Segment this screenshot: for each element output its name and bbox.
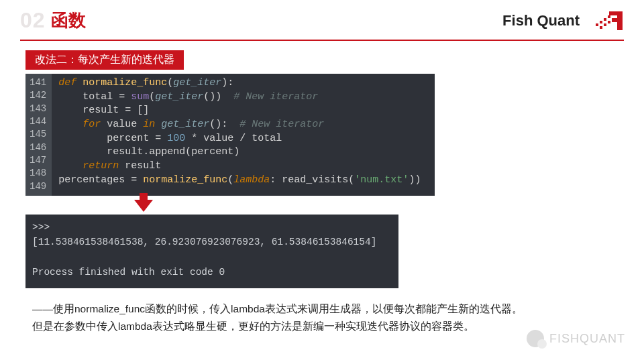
slide-title: 函数 xyxy=(51,9,86,32)
svg-rect-0 xyxy=(596,23,598,26)
output-line: Process finished with exit code 0 xyxy=(32,267,225,278)
output-block: >>> [11.538461538461538, 26.923076923076… xyxy=(25,215,398,288)
svg-rect-6 xyxy=(608,21,610,23)
brand-logo-icon xyxy=(592,9,624,33)
brand-area: Fish Quant xyxy=(502,9,624,33)
wechat-icon xyxy=(527,330,544,347)
svg-rect-5 xyxy=(604,23,606,26)
output-line: >>> xyxy=(32,222,50,233)
brand-text: Fish Quant xyxy=(502,12,580,29)
code-block: 141142143144145146147148149 def normaliz… xyxy=(25,74,435,196)
slide-number: 02 xyxy=(20,8,46,33)
watermark: FISHQUANT xyxy=(527,330,625,347)
arrow-icon xyxy=(134,200,644,212)
code-content: def normalize_func(get_iter): total = su… xyxy=(52,74,427,196)
svg-rect-3 xyxy=(608,15,610,18)
section-label: 改法二：每次产生新的迭代器 xyxy=(25,50,184,70)
line-gutter: 141142143144145146147148149 xyxy=(25,74,52,196)
explanation-text: ——使用normalize_func函数的时候，传入lambda表达式来调用生成… xyxy=(32,300,612,336)
explain-line: ——使用normalize_func函数的时候，传入lambda表达式来调用生成… xyxy=(32,300,612,318)
output-line: [11.538461538461538, 26.923076923076923,… xyxy=(32,237,376,247)
slide-header: 02 函数 Fish Quant xyxy=(0,0,644,37)
svg-rect-2 xyxy=(604,18,606,21)
header-divider xyxy=(20,40,624,41)
explain-line: 但是在参数中传入lambda表达式略显生硬，更好的方法是新编一种实现迭代器协议的… xyxy=(32,318,612,335)
svg-rect-4 xyxy=(600,26,602,29)
svg-rect-1 xyxy=(600,21,602,23)
watermark-text: FISHQUANT xyxy=(549,332,625,346)
